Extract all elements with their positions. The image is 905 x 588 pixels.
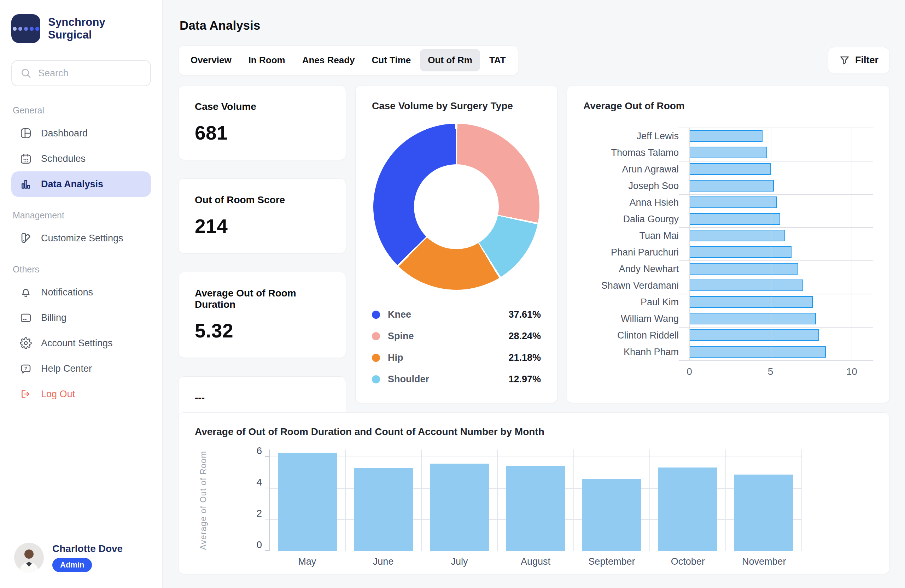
dashboard-grid: Case Volume 681 Out of Room Score 214 Av… (178, 85, 889, 574)
hbar-row: Jeff Lewis (583, 128, 873, 144)
hbar-x-axis: 0510 (689, 360, 873, 379)
donut-chart (373, 124, 540, 290)
stat-label: --- (195, 392, 329, 404)
hbar-bar (689, 329, 819, 341)
hbar-category-label: Jeff Lewis (583, 131, 689, 142)
hbar-category-label: Arun Agrawal (583, 164, 689, 175)
month-x-label: August (497, 556, 573, 567)
topbar: OverviewIn RoomAnes ReadyCut TimeOut of … (178, 45, 889, 75)
sidebar-item-label: Help Center (41, 363, 92, 374)
stats-column: Case Volume 681 Out of Room Score 214 Av… (178, 85, 346, 403)
tab-overview[interactable]: Overview (183, 49, 239, 71)
brand: Synchrony Surgical (11, 14, 151, 43)
sidebar-item-label: Billing (41, 312, 67, 323)
hbar-bar (689, 197, 777, 208)
stat-value: 214 (195, 215, 329, 238)
hbar-x-tick: 10 (846, 366, 857, 377)
hbar-x-tick: 5 (768, 366, 773, 377)
swatch-icon (20, 232, 32, 244)
search-box[interactable] (11, 60, 151, 86)
tab-in-room[interactable]: In Room (241, 49, 293, 71)
sidebar-item-help-center[interactable]: ? Help Center (11, 356, 151, 381)
tab-anes-ready[interactable]: Anes Ready (294, 49, 363, 71)
month-x-label: November (726, 556, 802, 567)
hbar-category-label: Anna Hsieh (583, 197, 689, 208)
sidebar-item-billing[interactable]: Billing (11, 305, 151, 330)
hbar-bar (689, 230, 785, 241)
month-bar (582, 479, 641, 551)
sidebar-item-label: Customize Settings (41, 233, 123, 244)
tab-cut-time[interactable]: Cut Time (364, 49, 419, 71)
month-y-tick: 4 (256, 477, 262, 488)
month-slot-june (346, 450, 422, 551)
hbar-row: Andy Newhart (583, 261, 873, 277)
tab-tat[interactable]: TAT (481, 49, 514, 71)
hbar-category-label: Paul Kim (583, 297, 689, 308)
month-slot-september (574, 450, 650, 551)
section-label-management: Management (13, 210, 149, 220)
gear-icon (20, 337, 32, 349)
month-chart-y-axis-label: Average of Out of Room (198, 451, 208, 550)
user-profile[interactable]: Charlotte Dove Admin (11, 540, 151, 574)
user-info: Charlotte Dove Admin (52, 543, 123, 572)
sidebar-item-label: Account Settings (41, 338, 113, 349)
stat-card-avg-duration: Average Out of Room Duration 5.32 (178, 272, 346, 358)
donut-hole (414, 164, 499, 249)
sidebar-item-dashboard[interactable]: Dashboard (11, 120, 151, 146)
month-chart-plot: 0246 (269, 450, 802, 551)
stat-label: Average Out of Room Duration (195, 288, 329, 310)
stat-value: 681 (195, 122, 329, 144)
sidebar-item-log-out[interactable]: Log Out (11, 381, 151, 407)
hbar-bar (689, 213, 780, 225)
legend-row-hip: Hip21.18% (372, 347, 541, 369)
sidebar-item-schedules[interactable]: Schedules (11, 146, 151, 171)
month-y-tick: 2 (256, 508, 262, 519)
hbar-chart: Jeff LewisThomas TalamoArun AgrawalJosep… (583, 128, 873, 379)
legend-row-knee: Knee37.61% (372, 304, 541, 325)
hbar-category-label: Joseph Soo (583, 181, 689, 192)
hbar-category-label: Khanh Pham (583, 347, 689, 358)
month-chart-x-axis: MayJuneJulyAugustSeptemberOctoberNovembe… (269, 556, 802, 567)
hbar-category-label: Dalia Gourgy (583, 214, 689, 225)
sidebar-item-label: Log Out (41, 389, 75, 399)
filter-button[interactable]: Filter (828, 47, 889, 74)
hbar-row: Shawn Verdamani (583, 277, 873, 294)
search-input[interactable] (38, 68, 143, 79)
bar-chart-icon (20, 178, 32, 190)
month-slot-may (270, 450, 346, 551)
hbar-category-label: Clinton Riddell (583, 330, 689, 341)
sidebar-item-label: Schedules (41, 153, 86, 164)
sidebar-item-data-analysis[interactable]: Data Analysis (11, 171, 151, 197)
legend-dot (372, 311, 380, 319)
hbar-category-label: Andy Newhart (583, 264, 689, 274)
legend-row-shoulder: Shoulder12.97% (372, 369, 541, 390)
stat-card-out-of-room-score: Out of Room Score 214 (178, 178, 346, 254)
sidebar-item-customize-settings[interactable]: Customize Settings (11, 225, 151, 251)
tab-out-of-rm[interactable]: Out of Rm (420, 49, 480, 71)
svg-text:?: ? (24, 366, 27, 371)
donut-chart-card: Case Volume by Surgery Type Knee37.61%Sp… (355, 85, 557, 403)
month-chart-title: Average of Out of Room Duration and Coun… (195, 426, 873, 437)
stat-card-case-volume: Case Volume 681 (178, 85, 346, 160)
month-x-label: October (650, 556, 726, 567)
month-y-tick: 6 (256, 445, 262, 456)
month-x-label: May (269, 556, 345, 567)
month-bar (354, 468, 413, 551)
hbar-row: Paul Kim (583, 294, 873, 311)
hbar-row: Joseph Soo (583, 178, 873, 194)
hbar-bar (689, 147, 767, 158)
month-bar (658, 468, 717, 551)
main-content: Data Analysis OverviewIn RoomAnes ReadyC… (163, 0, 905, 588)
sidebar-item-account-settings[interactable]: Account Settings (11, 330, 151, 356)
hbar-chart-title: Average Out of Room (583, 100, 873, 112)
avatar (14, 543, 44, 572)
filter-label: Filter (855, 55, 878, 66)
month-chart: Average of Out of Room 0246 (269, 450, 802, 551)
legend-row-spine: Spine28.24% (372, 325, 541, 347)
hbar-bar (689, 246, 792, 258)
sidebar-item-notifications[interactable]: Notifications (11, 279, 151, 305)
hbar-row: William Wang (583, 311, 873, 327)
legend-label: Hip (388, 352, 403, 363)
hbar-category-label: Tuan Mai (583, 230, 689, 241)
hbar-row: Tuan Mai (583, 228, 873, 244)
